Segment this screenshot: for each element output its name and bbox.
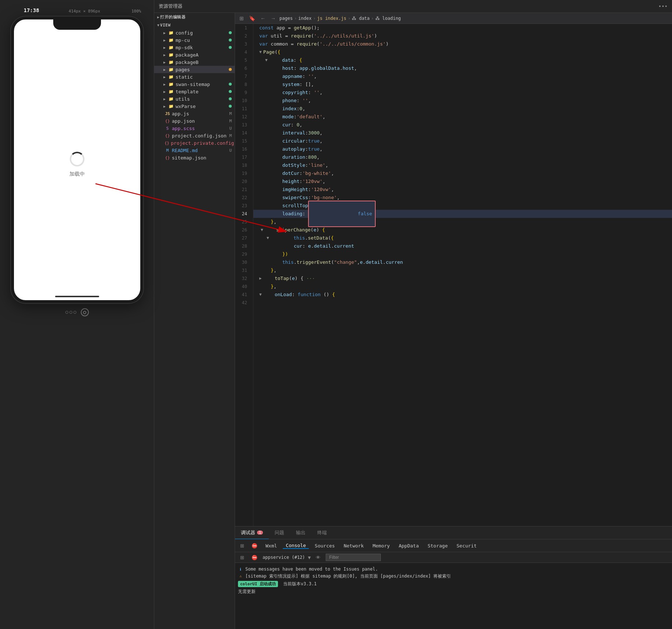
tree-item-projectconfig[interactable]: {} project.config.json M <box>154 132 235 139</box>
tab-output[interactable]: 输出 <box>290 526 311 539</box>
nav-prev-button[interactable]: ← <box>259 15 267 22</box>
chevron-right-icon-static: ▶ <box>162 74 167 80</box>
devtools-wxml[interactable]: Wxml <box>263 543 280 549</box>
tree-label-utils: utils <box>176 96 190 102</box>
explorer-header: 资源管理器 ••• <box>154 0 672 13</box>
code-line-9: copyright: '', <box>253 89 672 97</box>
folder-icon-swan: 📁 <box>168 81 174 87</box>
eye-icon[interactable]: 👁 <box>314 554 323 561</box>
tree-item-projectprivate[interactable]: {} project.private.config.j... U <box>154 139 235 147</box>
line-num-15: 15 <box>235 137 250 145</box>
tab-terminal[interactable]: 终端 <box>311 526 333 539</box>
success-badge: colorUI 启动成功 <box>238 581 278 587</box>
folder-icon-static: 📁 <box>168 74 174 80</box>
tab-issues[interactable]: 问题 <box>269 526 290 539</box>
badge-config <box>229 31 232 34</box>
folder-icon-utils: 📁 <box>168 96 174 102</box>
console-clear-button[interactable]: ⊞ <box>238 554 246 561</box>
line-num-21: 21 <box>235 186 250 194</box>
line-num-20: 20 <box>235 177 250 186</box>
breadcrumb-data: ⁂ data <box>352 16 369 21</box>
tree-label-wx: wxParse <box>176 104 196 109</box>
code-content[interactable]: const app = getApp(); var util = require… <box>253 24 672 526</box>
tree-item-utils[interactable]: ▶ 📁 utils <box>154 95 235 103</box>
line-num-29: 29 <box>235 250 250 258</box>
tree-item-packageB[interactable]: ▶ 📁 packageB <box>154 58 235 66</box>
tree-item-pages[interactable]: ▶ 📁 pages <box>154 66 235 73</box>
filter-input[interactable] <box>326 554 381 561</box>
devtools-security[interactable]: Securit <box>454 543 480 549</box>
code-line-27: ▼ this.setData({ <box>253 234 672 242</box>
devtools-storage[interactable]: Storage <box>424 543 451 549</box>
tree-item-sitemap[interactable]: {} sitemap.json <box>154 154 235 161</box>
code-line-6: host: app.globalData.host, <box>253 64 672 72</box>
folder-icon-mpsdk: 📁 <box>168 44 174 50</box>
line-num-25: 25 <box>235 218 250 226</box>
chevron-right-icon-wx: ▶ <box>162 103 167 109</box>
json-file-icon-proj: {} <box>165 133 170 139</box>
line-num-26: 26 <box>235 226 250 234</box>
code-line-40: }, <box>253 283 672 291</box>
breadcrumb-loading: ⁂ loading <box>375 16 401 21</box>
devtools-sources[interactable]: Sources <box>312 543 338 549</box>
phone-time: 17:38 <box>24 7 39 13</box>
code-line-28: cur: e.detail.current <box>253 242 672 250</box>
phone-content: 加载中 <box>14 33 140 296</box>
tree-item-appscss[interactable]: S app.scss U <box>154 125 235 132</box>
service-dropdown-icon[interactable]: ▼ <box>308 555 311 560</box>
tree-item-swan-sitemap[interactable]: ▶ 📁 swan-sitemap <box>154 80 235 88</box>
devtools-console[interactable]: Console <box>283 543 309 549</box>
folder-icon-mpcu: 📁 <box>168 37 174 43</box>
chevron-right-icon-mpcu: ▶ <box>162 37 167 43</box>
code-line-15: circular:true, <box>253 137 672 145</box>
devtools-memory[interactable]: Memory <box>370 543 393 549</box>
code-editor: 1 2 3 4 5 6 7 8 9 10 11 12 13 14 <box>235 24 672 526</box>
devtools-icon-2[interactable]: ⛔ <box>249 542 260 549</box>
service-label: appservice (#12) <box>263 555 305 560</box>
nav-back-button[interactable]: ⊞ <box>238 15 245 22</box>
open-editors-section[interactable]: ▶ 打开的编辑器 <box>154 13 235 21</box>
nav-next-button[interactable]: → <box>269 15 277 22</box>
tree-item-mp-cu[interactable]: ▶ 📁 mp-cu <box>154 36 235 44</box>
open-editors-label: 打开的编辑器 <box>160 14 185 20</box>
tree-item-appjs[interactable]: JS app.js M <box>154 110 235 117</box>
tree-item-template[interactable]: ▶ 📁 template <box>154 88 235 95</box>
tree-item-packageA[interactable]: ▶ 📁 packageA <box>154 51 235 58</box>
tree-item-static[interactable]: ▶ 📁 static <box>154 73 235 80</box>
devtools-network[interactable]: Network <box>341 543 367 549</box>
tab-debugger[interactable]: 调试器 1 <box>235 526 269 539</box>
console-version-text: 当前版本v3.3.1 <box>283 581 317 587</box>
warn-icon: ⚠ <box>238 573 243 578</box>
nav-bookmark-button[interactable]: 🔖 <box>248 15 257 22</box>
tree-item-appjson[interactable]: {} app.json M <box>154 117 235 125</box>
code-line-13: cur: 0, <box>253 121 672 129</box>
tree-item-config[interactable]: ▶ 📁 config <box>154 29 235 36</box>
explorer-more-icon[interactable]: ••• <box>658 3 668 9</box>
chevron-right-icon: ▶ <box>162 30 167 36</box>
output-label: 输出 <box>296 529 306 536</box>
phone-frame: 加载中 <box>11 17 143 303</box>
console-filter-button[interactable]: ⛔ <box>249 554 260 561</box>
line-num-1: 1 <box>235 24 250 32</box>
code-line-5: ▼ data: { <box>253 56 672 64</box>
phone-record-button[interactable] <box>81 308 89 316</box>
line-num-27: 27 <box>235 234 250 242</box>
line-num-41: 41 <box>235 291 250 299</box>
line-num-31: 31 <box>235 266 250 274</box>
tree-label-appjs: app.js <box>172 111 189 116</box>
tree-item-wxparse[interactable]: ▶ 📁 wxParse <box>154 103 235 110</box>
view-section[interactable]: ▼ VIEW <box>154 21 235 29</box>
tree-label-projectconfig: project.config.json <box>172 133 227 139</box>
tree-item-readme[interactable]: M README.md U <box>154 147 235 154</box>
debugger-badge: 1 <box>257 531 263 535</box>
tree-item-mp-sdk[interactable]: ▶ 📁 mp-sdk <box>154 44 235 51</box>
phone-dots-control[interactable] <box>65 311 76 314</box>
bottom-panel: 调试器 1 问题 输出 终端 <box>235 526 672 629</box>
code-line-20: height:'120vw', <box>253 177 672 186</box>
devtools-icon-1[interactable]: ⊞ <box>238 542 246 549</box>
devtools-appdata[interactable]: AppData <box>396 543 422 549</box>
bottom-tabs: 调试器 1 问题 输出 终端 <box>235 526 672 539</box>
chevron-icon: ▶ <box>157 15 159 19</box>
line-num-14: 14 <box>235 129 250 137</box>
line-num-19: 19 <box>235 169 250 177</box>
